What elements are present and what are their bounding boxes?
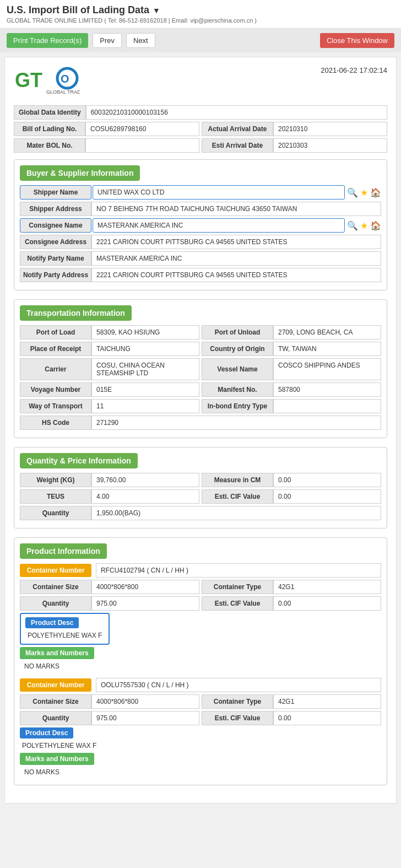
container-2-type-field: Container Type 42G1: [202, 694, 381, 709]
quantity-price-header: Quantity & Price Information: [20, 453, 138, 468]
container-2-cif-field: Esti. CIF Value 0.00: [202, 711, 381, 725]
place-of-receipt-value: TAICHUNG: [91, 342, 199, 356]
container-2-type-value: 42G1: [273, 694, 381, 709]
bol-no-field: Bill of Lading No. COSU6289798160: [14, 122, 199, 136]
svg-text:G: G: [15, 69, 30, 91]
container-1: Container Number RFCU4102794 ( CN / L / …: [20, 563, 381, 671]
container-1-type-value: 42G1: [273, 580, 381, 594]
measure-cm-value: 0.00: [273, 473, 381, 487]
inbond-entry-type-label: In-bond Entry Type: [202, 399, 273, 413]
esti-arrival-value: 20210303: [273, 138, 387, 153]
notify-party-name-label: Notify Party Name: [20, 251, 91, 266]
shipper-search-icon[interactable]: 🔍: [347, 187, 358, 198]
prev-button[interactable]: Prev: [93, 33, 122, 48]
notify-party-name-row: Notify Party Name MASTERANK AMERICA INC: [20, 251, 381, 266]
container-2-size-field: Container Size 4000*806*800: [20, 694, 199, 709]
container-2-marks-label: Marks and Numbers: [20, 753, 94, 765]
container-2-qty-field: Quantity 975.00: [20, 711, 199, 725]
doc-header: G T O GLOBAL TRADE ONLINE LIMITED 2021-0…: [14, 66, 387, 96]
voyage-number-value: 015E: [91, 382, 199, 397]
container-1-size-field: Container Size 4000*806*800: [20, 580, 199, 594]
hs-code-row: HS Code 271290: [20, 416, 381, 430]
measure-cm-label: Measure in CM: [202, 473, 273, 487]
vessel-name-value: COSCO SHIPPING ANDES: [273, 358, 381, 380]
quantity-price-body: Weight (KG) 39,760.00 Measure in CM 0.00…: [14, 473, 387, 528]
way-of-transport-label: Way of Transport: [20, 399, 91, 413]
transportation-section: Transportation Information Port of Load …: [14, 299, 387, 438]
next-button[interactable]: Next: [126, 33, 155, 48]
toolbar: Print Trade Record(s) Prev Next Close Th…: [0, 29, 401, 52]
quantity-qp-row: Quantity 1,950.00(BAG): [20, 506, 381, 520]
consignee-star-icon[interactable]: ★: [360, 220, 368, 231]
vessel-name-field: Vessel Name COSCO SHIPPING ANDES: [202, 358, 381, 380]
carrier-vessel-row: Carrier COSU, CHINA OCEAN STEAMSHIP LTD …: [20, 358, 381, 380]
hs-code-value: 271290: [91, 416, 381, 430]
buyer-supplier-header: Buyer & Supplier Information: [20, 165, 140, 181]
shipper-home-icon[interactable]: 🏠: [370, 187, 381, 198]
svg-text:O: O: [61, 73, 69, 85]
container-2-marks-value: NO MARKS: [20, 767, 381, 777]
actual-arrival-field: Actual Arrival Date 20210310: [202, 122, 387, 136]
transportation-body: Port of Load 58309, KAO HSIUNG Port of U…: [14, 325, 387, 438]
consignee-name-label: Consignee Name: [20, 218, 91, 233]
close-button[interactable]: Close This Window: [320, 33, 394, 48]
port-row: Port of Load 58309, KAO HSIUNG Port of U…: [20, 325, 381, 339]
carrier-value: COSU, CHINA OCEAN STEAMSHIP LTD: [91, 358, 199, 380]
buyer-supplier-body: Shipper Name UNITED WAX CO LTD 🔍 ★ 🏠 Shi…: [14, 185, 387, 290]
inbond-entry-type-field: In-bond Entry Type: [202, 399, 381, 413]
port-of-unload-field: Port of Unload 2709, LONG BEACH, CA: [202, 325, 381, 339]
container-1-cif-field: Esti. CIF Value 0.00: [202, 596, 381, 611]
dropdown-icon[interactable]: ▼: [153, 6, 160, 15]
container-2-product-desc-label: Product Desc: [20, 727, 73, 738]
consignee-home-icon[interactable]: 🏠: [370, 220, 381, 231]
voyage-number-label: Voyage Number: [20, 382, 91, 397]
container-1-product-desc-label: Product Desc: [25, 617, 79, 628]
receipt-origin-row: Place of Receipt TAICHUNG Country of Ori…: [20, 342, 381, 356]
consignee-address-row: Consignee Address 2221 CARION COURT PITT…: [20, 235, 381, 249]
container-2-cif-value: 0.00: [273, 711, 381, 725]
teus-cif-row: TEUS 4.00 Esti. CIF Value 0.00: [20, 489, 381, 504]
hs-code-label: HS Code: [20, 416, 91, 430]
shipper-star-icon[interactable]: ★: [360, 187, 368, 198]
country-of-origin-label: Country of Origin: [202, 342, 273, 356]
shipper-name-label: Shipper Name: [20, 185, 91, 200]
logo: G T O GLOBAL TRADE ONLINE LIMITED: [14, 66, 80, 96]
container-2-cif-label: Esti. CIF Value: [202, 711, 273, 725]
way-of-transport-value: 11: [91, 399, 199, 413]
weight-kg-value: 39,760.00: [91, 473, 199, 487]
notify-party-address-row: Notify Party Address 2221 CARION COURT P…: [20, 268, 381, 282]
container-1-type-label: Container Type: [202, 580, 273, 594]
container-2-marks-row: Marks and Numbers NO MARKS: [20, 753, 381, 777]
consignee-address-value: 2221 CARION COURT PITTSBURG CA 94565 UNI…: [91, 235, 381, 249]
shipper-icons: 🔍 ★ 🏠: [347, 185, 381, 200]
container-2-size-label: Container Size: [20, 694, 91, 709]
svg-text:GLOBAL TRADE ONLINE LIMITED: GLOBAL TRADE ONLINE LIMITED: [46, 89, 80, 95]
container-1-marks-value: NO MARKS: [20, 661, 381, 671]
container-2-number-value: OOLU7557530 ( CN / L / HH ): [96, 678, 381, 692]
container-2-qty-label: Quantity: [20, 711, 91, 725]
container-2: Container Number OOLU7557530 ( CN / L / …: [20, 678, 381, 777]
country-of-origin-field: Country of Origin TW, TAIWAN: [202, 342, 381, 356]
container-2-size-type-row: Container Size 4000*806*800 Container Ty…: [20, 694, 381, 709]
page-title-text: U.S. Import Bill of Lading Data: [7, 4, 149, 16]
container-1-marks-row: Marks and Numbers NO MARKS: [20, 647, 381, 671]
actual-arrival-label: Actual Arrival Date: [202, 122, 273, 136]
consignee-address-label: Consignee Address: [20, 235, 91, 249]
print-button[interactable]: Print Trade Record(s): [7, 33, 88, 48]
esti-arrival-label: Esti Arrival Date: [202, 138, 273, 153]
bol-arrival-row: Bill of Lading No. COSU6289798160 Actual…: [14, 122, 387, 136]
consignee-search-icon[interactable]: 🔍: [347, 220, 358, 231]
teus-label: TEUS: [20, 489, 91, 504]
consignee-icons: 🔍 ★ 🏠: [347, 218, 381, 233]
page-header: U.S. Import Bill of Lading Data ▼ GLOBAL…: [0, 0, 401, 29]
buyer-supplier-section: Buyer & Supplier Information Shipper Nam…: [14, 159, 387, 290]
esti-cif-qp-value: 0.00: [273, 489, 381, 504]
notify-party-address-label: Notify Party Address: [20, 268, 91, 282]
shipper-address-row: Shipper Address NO 7 BEIHENG 7TH ROAD TA…: [20, 202, 381, 216]
shipper-address-label: Shipper Address: [20, 202, 91, 216]
container-1-number-row: Container Number RFCU4102794 ( CN / L / …: [20, 563, 381, 578]
shipper-name-row: Shipper Name UNITED WAX CO LTD 🔍 ★ 🏠: [20, 185, 381, 200]
teus-field: TEUS 4.00: [20, 489, 199, 504]
container-1-product-desc-box: Product Desc POLYETHYLENE WAX F: [20, 613, 110, 645]
measure-cm-field: Measure in CM 0.00: [202, 473, 381, 487]
